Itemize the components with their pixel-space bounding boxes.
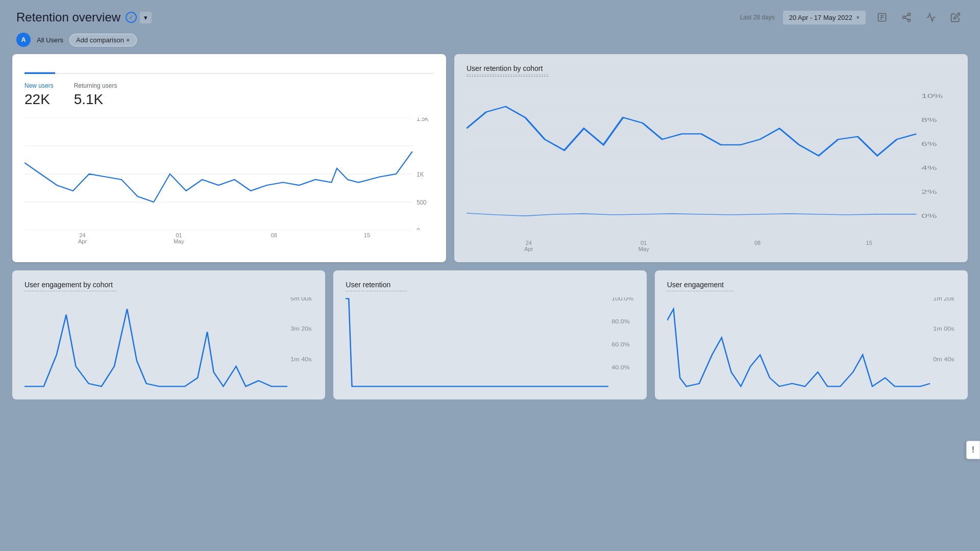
bottom-row: User engagement by cohort 5m 00s 3m 20s … xyxy=(12,270,968,399)
engagement-cohort-title: User engagement by cohort xyxy=(24,281,313,289)
user-engagement-chart: 1m 20s 1m 00s 0m 40s xyxy=(667,297,955,389)
x-label-15: 15 xyxy=(364,232,370,244)
main-line-chart: 1.5K 1K 500 0 xyxy=(24,118,434,230)
returning-users-metric: Returning users 5.1K xyxy=(74,82,117,108)
title-dropdown-btn[interactable]: ▾ xyxy=(140,12,152,23)
avatar: A xyxy=(16,33,31,47)
new-users-value: 22K xyxy=(24,91,54,108)
feedback-button[interactable]: ! xyxy=(966,441,980,459)
svg-text:1m 40s: 1m 40s xyxy=(290,356,311,362)
retention-x-label-15: 15 xyxy=(866,240,872,252)
main-content: New users 22K Returning users 5.1K 1.5K … xyxy=(0,54,980,399)
returning-users-label: Returning users xyxy=(74,82,117,89)
svg-text:4%: 4% xyxy=(921,165,937,171)
svg-point-4 xyxy=(908,13,911,16)
user-engagement-svg: 1m 20s 1m 00s 0m 40s xyxy=(667,297,955,389)
svg-point-5 xyxy=(903,16,905,19)
users-chart-card: New users 22K Returning users 5.1K 1.5K … xyxy=(12,54,446,262)
svg-text:1.5K: 1.5K xyxy=(416,118,429,122)
share-icon[interactable] xyxy=(898,9,915,26)
svg-text:2%: 2% xyxy=(921,189,937,195)
user-engagement-title: User engagement xyxy=(667,281,955,289)
add-comparison-plus-icon: + xyxy=(126,36,130,44)
svg-text:1K: 1K xyxy=(416,171,424,178)
svg-text:10%: 10% xyxy=(921,92,943,99)
retention-cohort-card: User retention by cohort 10% 8% 6% 4 xyxy=(454,54,968,262)
svg-text:1m 20s: 1m 20s xyxy=(933,297,954,302)
svg-text:5m 00s: 5m 00s xyxy=(290,297,311,302)
page-header: Retention overview ✓ ▾ Last 28 days 20 A… xyxy=(0,0,980,31)
engagement-cohort-card: User engagement by cohort 5m 00s 3m 20s … xyxy=(12,270,325,399)
insights-icon[interactable] xyxy=(923,9,939,26)
svg-text:100.0%: 100.0% xyxy=(612,297,634,302)
feedback-icon: ! xyxy=(972,445,974,454)
header-right: Last 28 days 20 Apr - 17 May 2022 ▾ xyxy=(740,9,964,26)
svg-text:0: 0 xyxy=(416,227,420,230)
user-retention-svg: 100.0% 80.0% 60.0% 40.0% xyxy=(346,297,634,389)
active-tab[interactable] xyxy=(24,64,55,74)
x-label-01may: 01 May xyxy=(174,232,184,244)
x-axis-labels: 24 Apr 01 May 08 15 xyxy=(24,230,434,244)
svg-text:0m 40s: 0m 40s xyxy=(933,356,954,362)
retention-x-label-01: 01May xyxy=(639,240,649,252)
user-retention-chart: 100.0% 80.0% 60.0% 40.0% xyxy=(346,297,634,389)
engagement-cohort-chart: 5m 00s 3m 20s 1m 40s xyxy=(24,297,313,389)
svg-text:0%: 0% xyxy=(921,213,937,219)
retention-x-label-24: 24Apr xyxy=(524,240,533,252)
user-retention-title: User retention xyxy=(346,281,634,289)
engagement-cohort-title-area: User engagement by cohort xyxy=(24,281,313,291)
svg-text:1m 00s: 1m 00s xyxy=(933,325,954,332)
x-label-24apr: 24 Apr xyxy=(78,232,87,244)
retention-cohort-title: User retention by cohort xyxy=(467,64,548,72)
date-range-picker[interactable]: 20 Apr - 17 May 2022 ▾ xyxy=(783,11,866,24)
main-chart-svg: 1.5K 1K 500 0 xyxy=(24,118,434,230)
svg-line-7 xyxy=(905,18,908,19)
user-retention-title-area: User retention xyxy=(346,281,634,291)
all-users-label: All Users xyxy=(37,36,63,44)
add-comparison-button[interactable]: Add comparison + xyxy=(69,34,137,46)
user-engagement-title-area: User engagement xyxy=(667,281,955,291)
retention-cohort-svg: 10% 8% 6% 4% 2% 0% xyxy=(467,85,955,238)
header-left: Retention overview ✓ ▾ xyxy=(16,10,152,24)
svg-text:3m 20s: 3m 20s xyxy=(290,325,311,332)
svg-line-8 xyxy=(905,15,908,16)
retention-x-label-08: 08 xyxy=(754,240,761,252)
svg-text:80.0%: 80.0% xyxy=(612,318,630,324)
date-range-label: Last 28 days xyxy=(740,14,775,21)
page-title: Retention overview xyxy=(16,10,120,24)
x-label-08: 08 xyxy=(271,232,277,244)
svg-text:40.0%: 40.0% xyxy=(612,364,630,370)
user-engagement-card: User engagement 1m 20s 1m 00s 0m 40s xyxy=(655,270,968,399)
retention-cohort-title-area: User retention by cohort xyxy=(467,64,548,77)
svg-text:8%: 8% xyxy=(921,117,937,123)
retention-cohort-chart: 10% 8% 6% 4% 2% 0% xyxy=(467,85,955,238)
date-range-value: 20 Apr - 17 May 2022 xyxy=(789,14,852,21)
returning-users-value: 5.1K xyxy=(74,91,117,108)
subheader: A All Users Add comparison + xyxy=(0,31,980,54)
chart-tab-bar xyxy=(24,64,434,74)
new-users-metric: New users 22K xyxy=(24,82,54,108)
svg-point-6 xyxy=(908,19,911,21)
svg-text:6%: 6% xyxy=(921,141,937,147)
svg-text:500: 500 xyxy=(416,199,427,206)
title-status-area: ✓ ▾ xyxy=(126,12,152,23)
status-check-icon: ✓ xyxy=(126,12,137,23)
retention-x-axis: 24Apr 01May 08 15 xyxy=(467,238,955,252)
date-dropdown-icon: ▾ xyxy=(856,14,860,21)
edit-report-icon[interactable] xyxy=(874,9,890,26)
svg-text:60.0%: 60.0% xyxy=(612,341,630,347)
new-users-label: New users xyxy=(24,82,54,89)
user-retention-card: User retention 100.0% 80.0% 60.0% 40.0% xyxy=(333,270,646,399)
metrics-row: New users 22K Returning users 5.1K xyxy=(24,82,434,108)
engagement-cohort-svg: 5m 00s 3m 20s 1m 40s xyxy=(24,297,313,389)
pencil-icon[interactable] xyxy=(947,9,964,26)
add-comparison-label: Add comparison xyxy=(76,36,124,44)
